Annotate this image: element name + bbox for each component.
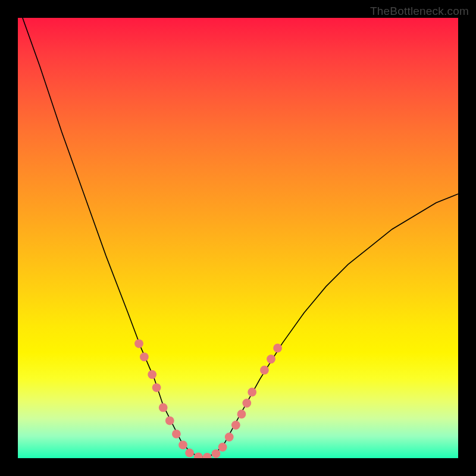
curve-marker [260,366,269,375]
curve-marker [148,370,156,379]
curve-marker [225,433,234,441]
watermark-text: TheBottleneck.com [370,5,469,18]
curve-marker [172,430,181,439]
curve-marker [140,352,149,361]
chart-plot-area [18,18,458,458]
curve-marker [242,399,251,408]
curve-marker [231,421,240,430]
curve-marker [185,449,194,458]
bottleneck-curve [18,18,458,458]
curve-marker [165,416,174,425]
curve-marker [248,388,256,397]
curve-marker [237,410,246,419]
chart-svg [18,18,458,458]
curve-marker [218,443,227,452]
curve-marker [178,440,187,449]
curve-marker [152,383,161,392]
curve-marker [267,355,275,364]
curve-marker [134,339,143,348]
curve-markers [134,339,282,458]
curve-marker [194,452,203,458]
curve-marker [212,449,221,458]
curve-marker [273,344,282,353]
curve-marker [203,453,212,458]
curve-marker [159,403,168,412]
